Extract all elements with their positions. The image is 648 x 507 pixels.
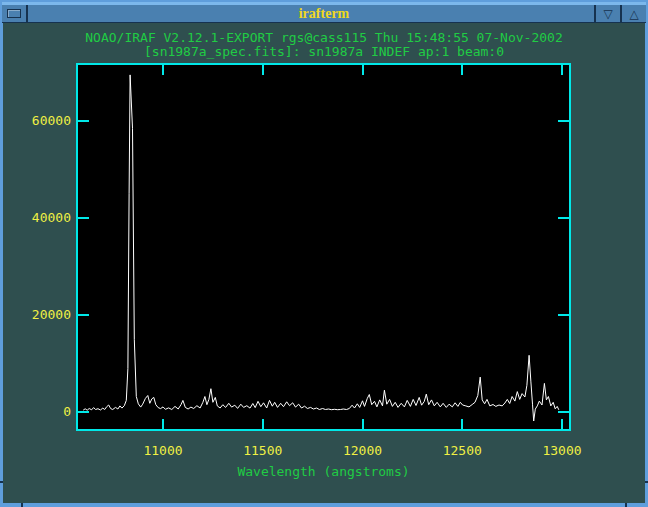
terminal-content: NOAO/IRAF V2.12.1-EXPORT rgs@cass115 Thu… [3, 23, 645, 503]
x-tick-label: 12000 [343, 443, 382, 458]
window-menu-button[interactable] [2, 5, 28, 22]
titlebar: irafterm ▽ △ [2, 2, 646, 23]
y-tick-label: 20000 [32, 307, 71, 322]
x-tick-label: 11000 [143, 443, 182, 458]
frame-resize-notch[interactable] [21, 503, 23, 507]
iconify-button[interactable]: ▽ [594, 5, 620, 22]
window-menu-icon [7, 9, 21, 18]
spectrum-plot[interactable]: 1100011500120001250013000020000400006000… [3, 23, 645, 503]
plot-box [77, 64, 570, 430]
y-tick-label: 60000 [32, 113, 71, 128]
x-axis-title: Wavelength (angstroms) [237, 464, 409, 479]
x-tick-label: 13000 [542, 443, 581, 458]
frame-resize-notch[interactable] [625, 503, 627, 507]
y-tick-label: 0 [63, 404, 71, 419]
x-tick-label: 11500 [243, 443, 282, 458]
maximize-icon: △ [629, 8, 638, 20]
window-title: irafterm [2, 5, 646, 22]
window-frame: irafterm ▽ △ NOAO/IRAF V2.12.1-EXPORT rg… [0, 0, 648, 507]
frame-resize-notch[interactable] [0, 481, 3, 483]
x-tick-label: 12500 [443, 443, 482, 458]
y-tick-label: 40000 [32, 210, 71, 225]
maximize-button[interactable]: △ [620, 5, 646, 22]
iconify-icon: ▽ [603, 8, 612, 20]
